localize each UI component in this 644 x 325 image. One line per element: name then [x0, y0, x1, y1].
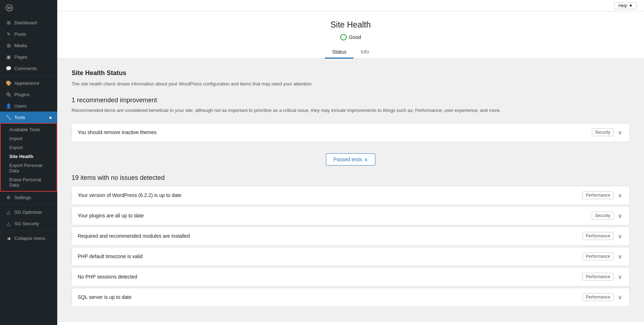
sidebar-item-media[interactable]: ⊞ Media: [0, 40, 57, 51]
improvements-section: 1 recommended improvement Recommended it…: [72, 97, 630, 142]
comments-icon: 💬: [6, 65, 11, 71]
improvements-desc: Recommended items are considered benefic…: [72, 107, 630, 114]
status-circle: [340, 34, 347, 40]
test-badge: Security: [592, 128, 614, 136]
test-badge: Performance: [582, 273, 614, 281]
dashboard-icon: ⊞: [6, 20, 11, 25]
tools-submenu: Available Tools Import Export Site Healt…: [0, 123, 57, 192]
site-health-title: Site Health Status: [72, 69, 630, 77]
sidebar-item-settings[interactable]: ⚙ Settings: [0, 192, 57, 203]
site-health-section: Site Health Status The site health check…: [72, 69, 630, 88]
passed-tests-section: Passed tests ∧: [72, 153, 630, 166]
sidebar-item-users[interactable]: 👤 Users: [0, 100, 57, 112]
test-item-right: Performance ∨: [582, 252, 624, 261]
no-issue-item: PHP default timezone is valid Performanc…: [72, 247, 630, 266]
test-item-label: PHP default timezone is valid: [78, 253, 143, 259]
sidebar-separator-2: [0, 205, 57, 205]
sg-security-icon: △: [6, 221, 11, 226]
plugins-icon: 🔌: [6, 92, 11, 97]
test-expand-button[interactable]: ∨: [616, 293, 624, 301]
test-item-label: Required and recommended modules are ins…: [78, 233, 190, 239]
wp-icon: [6, 4, 13, 13]
sidebar-item-tools[interactable]: 🔧 Tools ◀: [0, 112, 57, 123]
test-item-right: Performance ∨: [582, 191, 624, 200]
submenu-item-export[interactable]: Export: [1, 143, 57, 152]
sidebar-separator-3: [0, 231, 57, 231]
main-content: Site Health Status The site health check…: [57, 59, 644, 322]
tab-status[interactable]: Status: [325, 46, 353, 59]
page-title: Site Health: [64, 20, 637, 30]
users-icon: 👤: [6, 103, 11, 109]
submenu-item-site-health[interactable]: Site Health: [1, 152, 57, 161]
sidebar-item-sg-optimizer[interactable]: △ SG Optimizer: [0, 206, 57, 218]
test-item-label: Your plugins are all up to date: [78, 213, 144, 218]
tabs: Status Info: [64, 46, 637, 58]
improvements-title: 1 recommended improvement: [72, 97, 630, 104]
wp-logo: [0, 0, 57, 17]
media-icon: ⊞: [6, 43, 11, 48]
tab-info[interactable]: Info: [353, 46, 376, 59]
test-badge: Performance: [582, 293, 614, 301]
tools-arrow: ◀: [49, 115, 52, 119]
sidebar: ⊞ Dashboard ✎ Posts ⊞ Media ▣ Pages 💬 Co…: [0, 0, 57, 325]
appearance-icon: 🎨: [6, 80, 11, 86]
no-issues-section: 19 items with no issues detected Your ve…: [72, 174, 630, 307]
test-item-right: Security ∨: [592, 128, 624, 137]
submenu-item-erase-personal-data[interactable]: Erase Personal Data: [1, 175, 57, 189]
sidebar-item-appearance[interactable]: 🎨 Appearance: [0, 77, 57, 89]
sidebar-item-comments[interactable]: 💬 Comments: [0, 63, 57, 74]
pages-icon: ▣: [6, 54, 11, 60]
test-item-right: Performance ∨: [582, 273, 624, 281]
no-issue-items: Your version of WordPress (6.2.2) is up …: [72, 186, 630, 307]
main-area: Help ▼ Site Health Good Status Info Site…: [57, 0, 644, 325]
settings-icon: ⚙: [6, 194, 11, 200]
no-issues-title: 19 items with no issues detected: [72, 174, 630, 182]
sg-optimizer-icon: △: [6, 209, 11, 215]
no-issue-item: Required and recommended modules are ins…: [72, 227, 630, 246]
status-indicator: Good: [64, 34, 637, 40]
improvement-items: You should remove inactive themes Securi…: [72, 123, 630, 142]
test-badge: Performance: [582, 191, 614, 199]
submenu-item-export-personal-data[interactable]: Export Personal Data: [1, 161, 57, 175]
no-issue-item: Your version of WordPress (6.2.2) is up …: [72, 186, 630, 205]
no-issue-item: No PHP sessions detected Performance ∨: [72, 267, 630, 286]
improvement-item: You should remove inactive themes Securi…: [72, 123, 630, 142]
help-button[interactable]: Help ▼: [614, 2, 637, 9]
sidebar-separator-1: [0, 75, 57, 76]
test-item-label: SQL server is up to date: [78, 294, 131, 300]
content-area: Site Health Good Status Info Site Health…: [57, 11, 644, 325]
test-item-right: Performance ∨: [582, 232, 624, 240]
test-item-label: Your version of WordPress (6.2.2) is up …: [78, 192, 181, 198]
test-expand-button[interactable]: ∨: [616, 191, 624, 200]
tools-icon: 🔧: [6, 114, 11, 120]
sidebar-item-plugins[interactable]: 🔌 Plugins: [0, 89, 57, 100]
status-text: Good: [349, 34, 361, 40]
test-badge: Security: [592, 212, 614, 220]
sidebar-item-pages[interactable]: ▣ Pages: [0, 51, 57, 63]
sidebar-item-dashboard[interactable]: ⊞ Dashboard: [0, 17, 57, 28]
page-header: Site Health Good Status Info: [57, 11, 644, 59]
test-expand-button[interactable]: ∨: [616, 212, 624, 220]
submenu-item-import[interactable]: Import: [1, 134, 57, 143]
test-badge: Performance: [582, 252, 614, 260]
site-health-desc: The site health check shows information …: [72, 80, 630, 88]
sidebar-item-sg-security[interactable]: △ SG Security: [0, 218, 57, 229]
test-expand-button[interactable]: ∨: [616, 273, 624, 281]
collapse-menu-button[interactable]: ◀ Collapse menu: [0, 232, 57, 244]
test-expand-button[interactable]: ∨: [616, 232, 624, 240]
test-item-label: You should remove inactive themes: [78, 129, 157, 135]
no-issue-item: SQL server is up to date Performance ∨: [72, 288, 630, 307]
test-item-right: Performance ∨: [582, 293, 624, 301]
test-expand-button[interactable]: ∨: [616, 128, 624, 137]
collapse-icon: ◀: [6, 235, 11, 241]
passed-tests-button[interactable]: Passed tests ∧: [326, 153, 375, 166]
test-badge: Performance: [582, 232, 614, 240]
test-expand-button[interactable]: ∨: [616, 252, 624, 261]
topbar: Help ▼: [57, 0, 644, 11]
submenu-item-available-tools[interactable]: Available Tools: [1, 125, 57, 134]
sidebar-item-posts[interactable]: ✎ Posts: [0, 28, 57, 40]
posts-icon: ✎: [6, 31, 11, 37]
test-item-label: No PHP sessions detected: [78, 274, 137, 280]
no-issue-item: Your plugins are all up to date Security…: [72, 206, 630, 225]
test-item-right: Security ∨: [592, 212, 624, 220]
